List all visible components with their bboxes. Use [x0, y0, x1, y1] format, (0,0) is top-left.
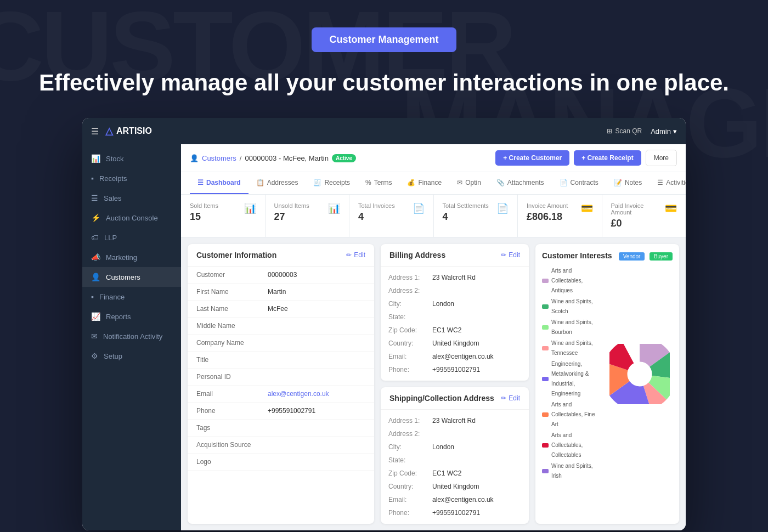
interests-header: Customer Interests Vendor Buyer: [542, 251, 673, 261]
customer-interests-panel: Customer Interests Vendor Buyer: [535, 244, 679, 524]
sidebar-item-finance[interactable]: ▪ Finance: [82, 287, 181, 307]
stat-paid-invoice-amount-value: £0: [611, 218, 665, 229]
edit-icon: ✏: [346, 251, 352, 259]
tab-terms[interactable]: % Terms: [358, 172, 399, 194]
tab-receipts[interactable]: 🧾 Receipts: [306, 172, 358, 194]
customer-info-title: Customer Information: [196, 251, 276, 259]
dashboard-tab-icon: ☰: [197, 179, 204, 186]
breadcrumb: 👤 Customers / 00000003 - McFee, Martin A…: [190, 154, 356, 162]
admin-button[interactable]: Admin ▾: [651, 127, 677, 135]
billing-address-title: Billing Address: [389, 251, 445, 259]
customers-icon: 👤: [91, 273, 100, 281]
tab-notes[interactable]: 📝 Notes: [606, 172, 650, 194]
stat-sold-items: Sold Items 15 📊: [181, 195, 266, 237]
marketing-icon: 📣: [91, 253, 100, 262]
legend-dot-3: [542, 346, 549, 350]
shipping-country: Country: United Kingdom: [381, 480, 529, 493]
stat-unsold-items: Unsold Items 27 📊: [266, 195, 350, 237]
sidebar-item-llp[interactable]: 🏷 LLP: [82, 228, 181, 247]
address-panels: Billing Address ✏ Edit Address 1: 23 Wal…: [381, 244, 529, 524]
legend-dot-0: [542, 279, 549, 283]
legend-dot-1: [542, 304, 549, 309]
field-personal-id: Personal ID: [188, 369, 374, 386]
sidebar-item-stock[interactable]: 📊 Stock: [82, 149, 181, 168]
create-receipt-button[interactable]: + Create Receipt: [574, 150, 641, 166]
billing-city: City: London: [381, 297, 529, 310]
sidebar-item-setup[interactable]: ⚙ Setup: [82, 346, 181, 366]
sidebar-item-sales[interactable]: ☰ Sales: [82, 188, 181, 208]
addresses-tab-icon: 📋: [256, 179, 264, 186]
create-customer-button[interactable]: + Create Customer: [495, 150, 569, 166]
interests-title: Customer Interests: [542, 251, 612, 260]
content-area: 👤 Customers / 00000003 - McFee, Martin A…: [181, 144, 686, 530]
logo-text: ARTISIO: [116, 126, 152, 136]
billing-state: State:: [381, 310, 529, 324]
tab-activities[interactable]: ☰ Activities: [650, 172, 686, 194]
shipping-address-edit-button[interactable]: ✏ Edit: [501, 394, 520, 402]
tab-optin[interactable]: ✉ Optin: [449, 172, 489, 194]
top-nav: ☰ △ ARTISIO ⊞ Scan QR Admin ▾: [82, 118, 686, 144]
customer-info-header: Customer Information ✏ Edit: [188, 244, 374, 267]
field-acquisition-source: Acquisition Source: [188, 437, 374, 454]
sidebar-item-reports[interactable]: 📈 Reports: [82, 307, 181, 326]
tab-attachments[interactable]: 📎 Attachments: [489, 172, 552, 194]
legend-item-5: Arts and Collectables, Fine Art: [542, 400, 598, 429]
stat-unsold-items-label: Unsold Items: [274, 202, 309, 209]
stat-total-invoices: Total Invoices 4 📄: [349, 195, 434, 237]
shipping-zip: Zip Code: EC1 WC2: [381, 467, 529, 480]
billing-address-fields: Address 1: 23 Walcroft Rd Address 2: Cit…: [381, 267, 529, 381]
stat-paid-invoice-amount-label: Paid Invoice Amount: [611, 202, 665, 216]
stat-invoice-amount: Invoice Amount £806.18 💳: [518, 195, 602, 237]
breadcrumb-actions: + Create Customer + Create Receipt More: [495, 150, 677, 166]
tab-finance[interactable]: 💰 Finance: [399, 172, 449, 194]
interests-legend-container: Arts and Collectables, Antiques Wine and…: [542, 266, 598, 482]
customer-info-panel: Customer Information ✏ Edit Customer 000…: [188, 244, 374, 524]
sidebar-item-notification-activity[interactable]: ✉ Notification Activity: [82, 326, 181, 346]
field-phone: Phone +995591002791: [188, 403, 374, 420]
invoice-amount-icon: 💳: [581, 202, 593, 214]
field-last-name: Last Name McFee: [188, 301, 374, 318]
shipping-state: State:: [381, 454, 529, 467]
reports-icon: 📈: [91, 312, 100, 321]
customer-info-edit-button[interactable]: ✏ Edit: [346, 251, 365, 259]
paid-invoice-amount-icon: 💳: [665, 202, 677, 214]
more-button[interactable]: More: [646, 150, 677, 166]
sidebar-item-marketing[interactable]: 📣 Marketing: [82, 247, 181, 267]
interests-content: Customer Interests Vendor Buyer: [535, 244, 679, 489]
tab-contracts[interactable]: 📄 Contracts: [552, 172, 606, 194]
vendor-badge: Vendor: [619, 252, 645, 261]
stat-total-settlements-label: Total Settlements: [443, 202, 489, 209]
hamburger-icon[interactable]: ☰: [91, 126, 99, 137]
legend-item-7: Wine and Spirits, Irish: [542, 461, 598, 481]
breadcrumb-separator: /: [240, 154, 242, 162]
field-middle-name: Middle Name: [188, 318, 374, 335]
sidebar-item-receipts[interactable]: ▪ Receipts: [82, 168, 181, 188]
field-logo: Logo: [188, 454, 374, 471]
breadcrumb-bar: 👤 Customers / 00000003 - McFee, Martin A…: [181, 144, 686, 172]
shipping-address1: Address 1: 23 Walcroft Rd: [381, 414, 529, 427]
hero-title: Effectively manage all your customer int…: [0, 70, 768, 96]
total-settlements-icon: 📄: [496, 202, 509, 214]
shipping-address-header: Shipping/Collection Address ✏ Edit: [381, 387, 529, 410]
breadcrumb-parent[interactable]: Customers: [202, 154, 236, 162]
hero-badge: Customer Management: [312, 27, 456, 52]
tab-dashboard[interactable]: ☰ Dashboard: [190, 172, 249, 194]
billing-address-edit-button[interactable]: ✏ Edit: [501, 251, 520, 259]
tab-addresses[interactable]: 📋 Addresses: [249, 172, 306, 194]
legend-item-0: Arts and Collectables, Antiques: [542, 266, 598, 296]
legend-item-2: Wine and Spirits, Bourbon: [542, 318, 598, 337]
app-window: ☰ △ ARTISIO ⊞ Scan QR Admin ▾ 📊 Stock: [82, 118, 686, 530]
field-first-name: First Name Martin: [188, 284, 374, 301]
sidebar-item-customers[interactable]: 👤 Customers: [82, 267, 181, 287]
finance-tab-icon: 💰: [407, 179, 415, 186]
pie-chart: [609, 344, 670, 404]
field-customer: Customer 00000003: [188, 267, 374, 284]
billing-country: Country: United Kingdom: [381, 337, 529, 350]
legend-dot-4: [542, 377, 549, 381]
panels-row: Customer Information ✏ Edit Customer 000…: [181, 237, 686, 530]
scan-qr-button[interactable]: ⊞ Scan QR: [607, 127, 642, 135]
sidebar-item-auction-console[interactable]: ⚡ Auction Console: [82, 208, 181, 228]
unsold-items-chart-icon: 📊: [328, 202, 340, 214]
stats-row: Sold Items 15 📊 Unsold Items 27 📊: [181, 195, 686, 237]
field-email: Email alex@centigen.co.uk: [188, 386, 374, 403]
